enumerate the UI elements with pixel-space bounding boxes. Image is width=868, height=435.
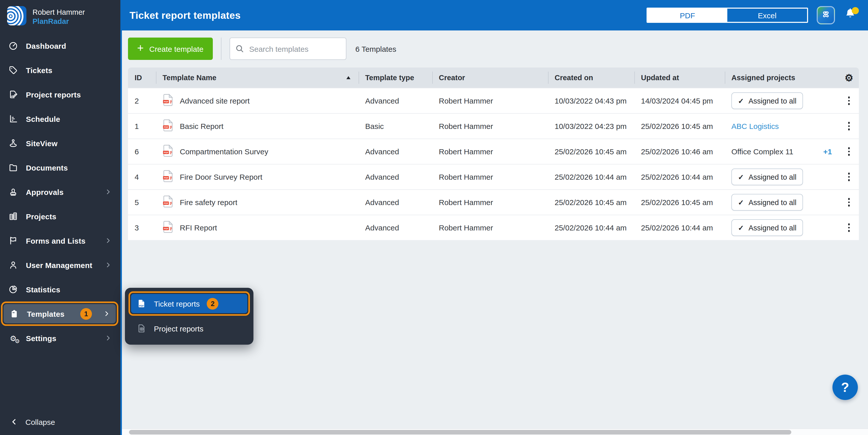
cell-creator: Robert Hammer	[432, 173, 548, 181]
grid-report-icon	[136, 323, 147, 333]
column-header-creator[interactable]: Creator	[432, 68, 548, 88]
cell-id: 6	[128, 147, 156, 156]
kebab-menu-icon[interactable]	[839, 173, 859, 181]
svg-text:PDF: PDF	[164, 177, 168, 179]
sidebar-item-approvals[interactable]: Approvals	[0, 180, 120, 204]
folder-icon	[8, 162, 18, 173]
column-header-updated-at[interactable]: Updated at	[634, 68, 725, 88]
pdf-report-icon: PDF	[136, 298, 147, 309]
page-header: Ticket report templates PDF Excel	[122, 0, 868, 30]
sidebar-item-siteview[interactable]: SiteView	[0, 131, 120, 155]
sidebar-item-schedule[interactable]: Schedule	[0, 107, 120, 131]
cell-created-on: 25/02/2026 10:45 am	[548, 147, 634, 156]
sidebar-item-dashboard[interactable]: Dashboard	[0, 34, 120, 58]
horizontal-scrollbar	[122, 428, 868, 435]
column-header-assigned-projects[interactable]: Assigned projects	[725, 68, 839, 88]
cell-creator: Robert Hammer	[432, 223, 548, 232]
column-header-id[interactable]: ID	[128, 68, 156, 88]
table-row[interactable]: 1 PDF Basic Report Basic Robert Hammer 1…	[128, 113, 859, 139]
sidebar-item-settings[interactable]: ⚙⚙ Settings	[0, 326, 120, 350]
main-area: Ticket report templates PDF Excel + Crea…	[122, 0, 868, 435]
cell-assigned-projects: Office Complex 11+1	[725, 147, 839, 156]
cell-creator: Robert Hammer	[432, 96, 548, 105]
check-icon: ✓	[738, 97, 744, 105]
search-templates-input[interactable]	[229, 38, 346, 60]
assigned-to-all-chip[interactable]: ✓Assigned to all	[732, 194, 803, 211]
cell-actions	[839, 122, 859, 130]
notification-dot	[852, 7, 859, 14]
table-row[interactable]: 6 PDF Compartmentation Survey Advanced R…	[128, 139, 859, 164]
sidebar-item-project-reports[interactable]: Project reports	[0, 82, 120, 107]
sidebar-item-tickets[interactable]: Tickets	[0, 58, 120, 82]
table-row[interactable]: 4 PDF Fire Door Survey Report Advanced R…	[128, 164, 859, 189]
collapse-sidebar-button[interactable]: Collapse	[0, 409, 120, 435]
sidebar-item-statistics[interactable]: Statistics	[0, 277, 120, 302]
cell-actions	[839, 173, 859, 181]
marketplace-apps-button[interactable]	[817, 6, 835, 24]
search-box	[229, 38, 346, 60]
svg-text:PDF: PDF	[164, 202, 168, 205]
cell-template-type: Advanced	[359, 96, 432, 105]
cell-assigned-projects: ✓Assigned to all	[725, 92, 839, 109]
question-mark-icon: ?	[841, 379, 849, 395]
horizontal-scrollbar-thumb[interactable]	[129, 430, 791, 434]
sidebar-item-templates[interactable]: Templates 1	[1, 302, 118, 326]
notifications-button[interactable]	[844, 8, 857, 23]
cell-template-type: Advanced	[359, 147, 432, 156]
cell-created-on: 25/02/2026 10:44 am	[548, 223, 634, 232]
table-row[interactable]: 3 PDF RFI Report Advanced Robert Hammer …	[128, 215, 859, 240]
table-row[interactable]: 2 PDF Advanced site report Advanced Robe…	[128, 88, 859, 113]
table-row[interactable]: 5 PDF Fire safety report Advanced Robert…	[128, 189, 859, 215]
kebab-menu-icon[interactable]	[839, 224, 859, 232]
gauge-icon	[8, 41, 18, 51]
column-header-template-name[interactable]: Template Name	[156, 68, 359, 88]
cell-template-name: PDF Compartmentation Survey	[156, 144, 359, 159]
submenu-item-ticket-reports[interactable]: PDF Ticket reports 2	[128, 291, 250, 316]
kebab-menu-icon[interactable]	[839, 147, 859, 156]
help-button[interactable]: ?	[832, 375, 858, 400]
account-block[interactable]: Robert Hammer PlanRadar	[0, 0, 120, 34]
sidebar-item-forms-and-lists[interactable]: Forms and Lists	[0, 228, 120, 253]
search-icon	[235, 44, 244, 55]
submenu-item-project-reports[interactable]: Project reports	[128, 317, 250, 340]
assigned-project-link[interactable]: ABC Logistics	[732, 122, 779, 130]
sidebar-item-user-management[interactable]: User Management	[0, 253, 120, 277]
brand-name: PlanRadar	[32, 17, 85, 26]
sidebar: Robert Hammer PlanRadar Dashboard Ticket…	[0, 0, 122, 435]
cell-id: 1	[128, 122, 156, 130]
cell-created-on: 10/03/2022 04:23 pm	[548, 122, 634, 130]
sort-ascending-icon	[346, 76, 350, 79]
assigned-to-all-chip[interactable]: ✓Assigned to all	[732, 219, 803, 236]
kebab-menu-icon[interactable]	[839, 97, 859, 105]
toolbar: + Create template 6 Templates	[122, 30, 868, 60]
sidebar-item-documents[interactable]: Documents	[0, 155, 120, 180]
page-title: Ticket report templates	[129, 9, 638, 21]
pdf-file-icon: PDF	[162, 195, 173, 210]
cell-template-type: Advanced	[359, 223, 432, 232]
siteview-person-icon	[8, 138, 18, 148]
user-icon	[8, 260, 18, 270]
cell-actions	[839, 97, 859, 105]
pdf-file-icon: PDF	[162, 119, 173, 133]
table-settings-gear-icon[interactable]: ⚙	[845, 73, 853, 82]
submenu-item-label: Project reports	[154, 324, 204, 333]
format-option-excel[interactable]: Excel	[727, 9, 807, 22]
more-projects-link[interactable]: +1	[823, 147, 832, 156]
kebab-menu-icon[interactable]	[839, 122, 859, 130]
plus-icon: +	[137, 43, 144, 54]
svg-text:PDF: PDF	[139, 304, 144, 307]
cell-id: 2	[128, 96, 156, 105]
sidebar-item-projects[interactable]: Projects	[0, 204, 120, 228]
format-option-pdf[interactable]: PDF	[648, 9, 727, 22]
tag-icon	[8, 65, 18, 75]
column-header-template-type[interactable]: Template type	[359, 68, 432, 88]
kebab-menu-icon[interactable]	[839, 198, 859, 207]
pdf-file-icon: PDF	[162, 220, 173, 235]
column-header-created-on[interactable]: Created on	[548, 68, 634, 88]
cell-template-name: PDF Fire safety report	[156, 195, 359, 210]
create-template-button[interactable]: + Create template	[128, 38, 213, 60]
assigned-to-all-chip[interactable]: ✓Assigned to all	[732, 169, 803, 185]
assigned-to-all-chip[interactable]: ✓Assigned to all	[732, 92, 803, 109]
cell-assigned-projects: ABC Logistics	[725, 122, 839, 130]
flag-icon	[8, 236, 18, 246]
